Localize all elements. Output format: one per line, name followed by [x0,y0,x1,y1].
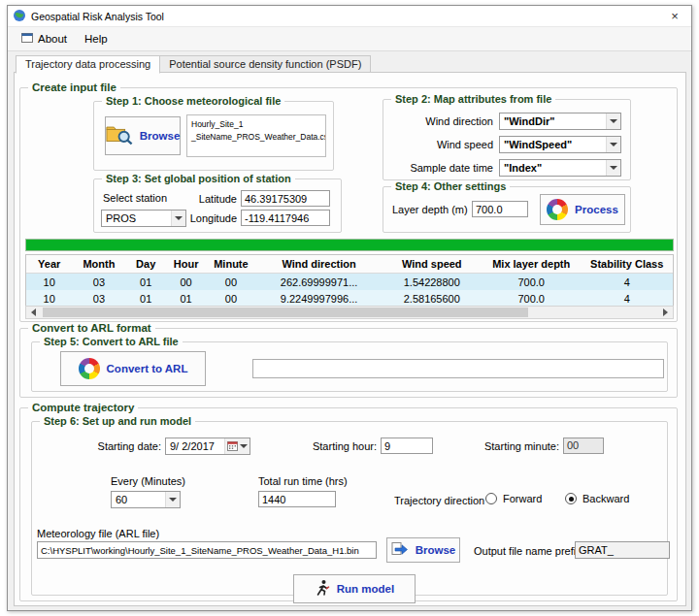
compute-group-title: Compute trajectory [28,402,138,413]
col-header-year[interactable]: Year [26,258,72,270]
cell[interactable]: 700.0 [482,276,581,288]
step1-browse-button[interactable]: Browse [105,116,181,155]
every-minutes-value: 60 [112,492,165,507]
cell[interactable]: 9.2249997996... [256,293,383,305]
cell[interactable]: 4 [581,293,673,305]
cell[interactable]: 4 [581,276,673,288]
step5-title: Step 5: Convert to ARL file [40,336,183,347]
step1-browse-label: Browse [140,130,181,142]
col-header-mix-layer-depth[interactable]: Mix layer depth [482,258,581,270]
step4-title: Step 4: Other settings [391,180,510,192]
convert-to-arl-button[interactable]: Convert to ARL [60,351,206,386]
wind-speed-select[interactable]: "WindSpeed" [499,136,621,153]
met-file-field[interactable] [37,541,377,559]
sample-date-time-label: Sample date time [392,162,493,174]
col-header-minute[interactable]: Minute [206,258,255,270]
sample-date-time-select[interactable]: "Index" [499,159,621,177]
starting-date-label: Starting date: [89,440,161,452]
station-select[interactable]: PROS [101,210,186,227]
cell[interactable]: 03 [72,293,125,305]
menu-about[interactable]: About [14,30,75,48]
step1-title: Step 1: Choose meteorological file [102,95,284,107]
table-row[interactable]: 10 03 01 01 00 9.2249997996... 2.5816560… [26,290,673,307]
process-button[interactable]: Process [540,194,625,225]
cell[interactable]: 00 [206,276,255,288]
process-label: Process [575,204,618,215]
chevron-down-icon [606,137,620,152]
trajectory-direction-label: Trajectory direction [394,495,484,506]
cell[interactable]: 00 [166,276,206,288]
calendar-icon[interactable] [224,438,250,454]
col-header-wind-speed[interactable]: Wind speed [383,258,482,270]
col-header-month[interactable]: Month [72,258,125,270]
import-progress-bar [25,239,674,251]
table-header-row: Year Month Day Hour Minute Wind directio… [26,255,673,274]
cell[interactable]: 01 [126,293,166,305]
window-title: Geospatial Risk Analysis Tool [31,11,164,22]
col-header-stability-class[interactable]: Stability Class [581,258,673,270]
output-prefix-field[interactable] [575,541,670,559]
cell[interactable]: 01 [126,276,166,288]
forward-radio[interactable]: Forward [485,493,542,504]
menu-help[interactable]: Help [77,30,116,48]
scroll-right-arrow[interactable] [658,307,673,318]
cell[interactable]: 10 [26,276,72,288]
cell[interactable]: 2.58165600 [383,293,482,305]
chevron-down-icon [165,492,180,507]
wind-direction-value: "WindDir" [500,113,606,129]
every-minutes-select[interactable]: 60 [111,491,181,508]
backward-radio[interactable]: Backward [565,493,629,504]
col-header-hour[interactable]: Hour [166,258,206,270]
weather-data-table: Year Month Day Hour Minute Wind directio… [25,254,674,308]
cell[interactable]: 700.0 [482,293,581,305]
menu-bar: About Help [8,27,691,51]
forward-radio-label: Forward [503,493,542,504]
table-row[interactable]: 10 03 01 00 00 262.69999971... 1.5422880… [26,274,673,290]
cell[interactable]: 03 [72,276,125,288]
starting-hour-label: Starting hour: [303,440,377,452]
radio-circle-icon [485,493,497,504]
latitude-label: Latitude [192,193,237,205]
close-button[interactable]: × [658,6,691,26]
latitude-field[interactable] [241,190,330,207]
radio-circle-checked-icon [565,493,577,504]
layer-depth-label: Layer depth (m) [392,204,468,215]
wind-speed-label: Wind speed [392,139,493,150]
convert-group-title: Convert to ARL format [28,322,155,334]
wind-direction-label: Wind direction [392,115,493,127]
create-input-group-title: Create input file [28,81,120,93]
step2-title: Step 2: Map attributes from file [391,93,555,105]
col-header-wind-direction[interactable]: Wind direction [256,258,383,270]
total-run-time-field[interactable] [258,491,336,507]
cell[interactable]: 00 [206,293,255,305]
cell[interactable]: 01 [166,293,206,305]
cell[interactable]: 1.54228800 [383,276,482,288]
step3-title: Step 3: Set global position of station [102,173,295,184]
chevron-down-icon [240,444,248,448]
met-file-browse-label: Browse [416,544,456,556]
sample-date-time-value: "Index" [500,160,606,176]
file-arrow-icon [391,541,409,559]
scrollbar-track[interactable] [41,307,658,318]
scroll-left-arrow[interactable] [26,307,41,318]
starting-date-picker[interactable]: 9/ 2/2017 [165,438,250,455]
layer-depth-field[interactable] [472,201,528,217]
longitude-field[interactable] [241,210,330,226]
table-horizontal-scrollbar[interactable] [25,306,674,319]
run-model-button[interactable]: Run model [293,574,416,603]
convert-progress-bar [252,359,664,378]
cell[interactable]: 262.69999971... [256,276,383,288]
tab-trajectory-data-processing[interactable]: Trajectory data processing [16,55,160,74]
color-wheel-icon [79,358,100,379]
starting-hour-field[interactable] [381,438,433,454]
tab-psdf[interactable]: Potential source density function (PSDF) [160,55,371,73]
starting-minute-label: Starting minute: [480,440,559,452]
col-header-day[interactable]: Day [126,258,166,270]
about-icon [21,33,33,45]
scrollbar-thumb[interactable] [43,308,528,317]
chosen-file-line1: Hourly_Site_1 [191,118,321,131]
cell[interactable]: 10 [26,293,72,305]
chevron-down-icon [171,211,185,226]
met-file-browse-button[interactable]: Browse [386,537,460,563]
wind-direction-select[interactable]: "WindDir" [499,113,621,130]
